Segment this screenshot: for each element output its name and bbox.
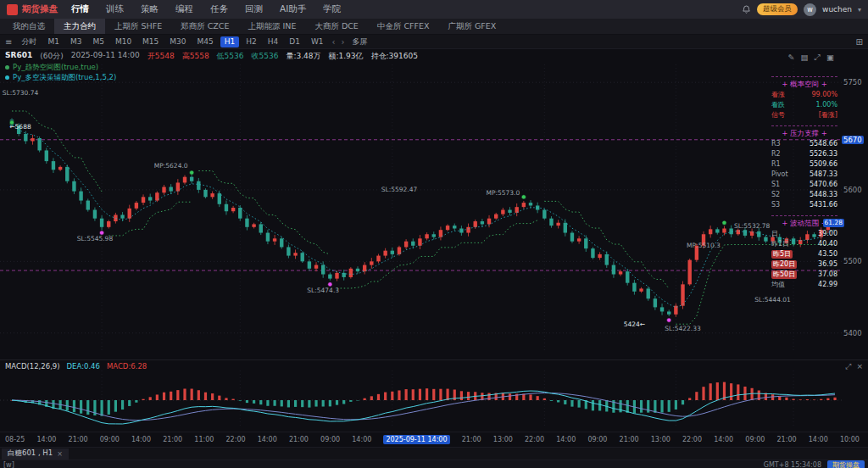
decision-line xyxy=(12,125,835,308)
username[interactable]: wuchen xyxy=(822,5,852,14)
price-axis[interactable]: 57505670560055005400 xyxy=(842,49,868,359)
panel-row-value: 5526.33 xyxy=(810,149,837,159)
list-icon[interactable]: ≡ xyxy=(5,37,12,47)
timeframe-M30[interactable]: M30 xyxy=(165,36,190,47)
user-area: 超级会员 w wuchen ▾ xyxy=(742,3,861,16)
panel-section-title[interactable]: + 压力支撑 + xyxy=(771,128,837,139)
panel-row-value: 5548.66 xyxy=(810,139,837,149)
timeframe-H1[interactable]: H1 xyxy=(220,36,240,47)
next-arrow-icon[interactable]: › xyxy=(340,37,347,47)
time-label-1: 14:00 xyxy=(36,436,56,443)
avatar[interactable]: w xyxy=(804,3,816,16)
market-tab-4[interactable]: 上期能源 INE xyxy=(238,19,305,34)
expand-icon[interactable]: ⤢ xyxy=(814,53,821,63)
close-icon[interactable]: × xyxy=(856,362,863,371)
menu-item-5[interactable]: 回测 xyxy=(243,3,264,15)
member-badge[interactable]: 超级会员 xyxy=(757,3,798,15)
time-label-13: 21:00 xyxy=(462,436,481,443)
panel-row: R15509.66 xyxy=(771,159,837,170)
time-axis[interactable]: 08-2514:0021:0009:0014:0021:0011:0022:00… xyxy=(0,432,868,447)
panel-row-label: S1 xyxy=(771,180,780,190)
timeframe-W1[interactable]: W1 xyxy=(307,36,328,47)
ruler-icon[interactable]: ▤ xyxy=(800,53,808,63)
multi-screen-button[interactable]: 多屏 xyxy=(349,36,371,47)
panel-row-label: S2 xyxy=(771,190,780,200)
timeframe-M15[interactable]: M15 xyxy=(138,36,163,47)
svg-text:SL:5532.78: SL:5532.78 xyxy=(734,222,771,230)
time-label-23: 21:00 xyxy=(777,436,797,443)
timeframe-分时[interactable]: 分时 xyxy=(17,36,41,47)
panel-row: 昨5日43.50 xyxy=(771,249,837,259)
market-tab-6[interactable]: 中金所 CFFEX xyxy=(368,19,439,34)
symbol-code[interactable]: SR601 xyxy=(5,51,32,62)
menu-item-4[interactable]: 任务 xyxy=(209,3,230,15)
panel-row: 信号[看涨] xyxy=(771,110,837,120)
market-tab-2[interactable]: 上期所 SHFE xyxy=(105,19,171,34)
menu-item-0[interactable]: 行情 xyxy=(70,3,91,15)
timeframe-M1[interactable]: M1 xyxy=(43,36,64,47)
time-label-24: 14:00 xyxy=(809,436,828,443)
timeframe-M5[interactable]: M5 xyxy=(88,36,108,47)
market-tab-1[interactable]: 主力合约 xyxy=(54,19,105,34)
app-status-badge[interactable]: 期货操盘 xyxy=(827,460,865,468)
expand-icon[interactable]: ⤢ xyxy=(845,362,851,371)
timeframe-H2[interactable]: H2 xyxy=(242,36,261,47)
time-label-25: 10:00 xyxy=(840,436,860,443)
app-logo[interactable]: 期货操盘 xyxy=(7,3,58,15)
market-tab-7[interactable]: 广期所 GFEX xyxy=(438,19,505,34)
timeframe-D1[interactable]: D1 xyxy=(285,36,304,47)
chart-tool-icons: ✎ ▤ ⤢ ▣ xyxy=(787,53,834,63)
panel-row-label: Pivot xyxy=(771,170,788,180)
panel-section-title[interactable]: + 波动范围 +61.28 xyxy=(771,218,837,229)
info-field-1: 高5558 xyxy=(182,51,209,62)
market-tab-0[interactable]: 我的自选 xyxy=(3,19,54,34)
panel-row-label: 均值 xyxy=(771,280,785,290)
symbol-period: (60分) xyxy=(40,51,63,62)
prev-arrow-icon[interactable]: ‹ xyxy=(331,37,337,47)
panel-section-1: + 压力支撑 +R35548.66R25526.33R15509.66Pivot… xyxy=(771,125,837,210)
panel-row-value: 39.00 xyxy=(818,229,837,239)
chart-tab[interactable]: 白糖601 , H1 × xyxy=(2,448,69,460)
logo-icon xyxy=(7,4,18,15)
chevron-down-icon[interactable]: ▾ xyxy=(858,6,861,14)
timeframe-M10[interactable]: M10 xyxy=(111,36,136,47)
svg-text:MP:5573.0: MP:5573.0 xyxy=(486,189,520,197)
time-label-10: 09:00 xyxy=(320,436,340,443)
status-bar: [w] GMT+8 15:34:08 期货操盘 xyxy=(0,460,868,468)
panel-row-value: [看涨] xyxy=(819,110,837,120)
bell-icon[interactable] xyxy=(742,5,751,14)
panel-row-label: R2 xyxy=(771,149,781,159)
info-field-5: 额:1.93亿 xyxy=(329,51,364,62)
market-tab-3[interactable]: 郑商所 CZCE xyxy=(171,19,238,34)
panel-row-value: 5470.66 xyxy=(810,180,837,190)
timeframe-H4[interactable]: H4 xyxy=(264,36,283,47)
panel-row-value: 5509.66 xyxy=(810,159,837,170)
menu-item-1[interactable]: 训练 xyxy=(104,3,125,15)
layout-grid-icon[interactable]: ⊞ xyxy=(856,37,863,47)
menu-item-6[interactable]: AI助手 xyxy=(278,3,308,15)
timeframe-list: 分时M1M3M5M10M15M30M45H1H2H4D1W1 xyxy=(17,36,327,47)
macd-panel-icons: ⤢ × xyxy=(845,362,863,371)
menu-item-3[interactable]: 编程 xyxy=(174,3,195,15)
market-tab-5[interactable]: 大商所 DCE xyxy=(305,19,367,34)
indicator-legend-0[interactable]: Py_趋势空间图(true,true) xyxy=(5,62,116,72)
close-icon[interactable]: × xyxy=(57,450,63,458)
panel-row-label: 昨50日 xyxy=(771,270,797,279)
panel-row-label: S3 xyxy=(771,200,780,210)
indicator-legend-1[interactable]: Py_多空决策辅助图(true,1,5,2) xyxy=(5,72,116,82)
price-axis-label: 5670 xyxy=(842,136,864,144)
time-label-16: 14:00 xyxy=(556,436,576,443)
candlestick-chart[interactable]: SL:5730.74←5688SL:5545.98MP:5624.0SL:547… xyxy=(0,49,842,359)
legend-text: Py_趋势空间图(true,true) xyxy=(13,62,98,72)
time-label-15: 22:00 xyxy=(525,436,544,443)
snapshot-icon[interactable]: ▣ xyxy=(826,53,834,63)
menu-item-7[interactable]: 学院 xyxy=(321,3,342,15)
timeframe-M3[interactable]: M3 xyxy=(66,36,86,47)
macd-chart[interactable] xyxy=(0,360,842,432)
draw-icon[interactable]: ✎ xyxy=(787,53,794,63)
panel-section-title[interactable]: + 概率空间 + xyxy=(771,79,837,90)
menu-item-2[interactable]: 策略 xyxy=(139,3,160,15)
main-chart-area: SL:5730.74←5688SL:5545.98MP:5624.0SL:547… xyxy=(0,49,868,359)
timeframe-M45[interactable]: M45 xyxy=(193,36,218,47)
svg-text:SL:5592.47: SL:5592.47 xyxy=(381,186,418,193)
